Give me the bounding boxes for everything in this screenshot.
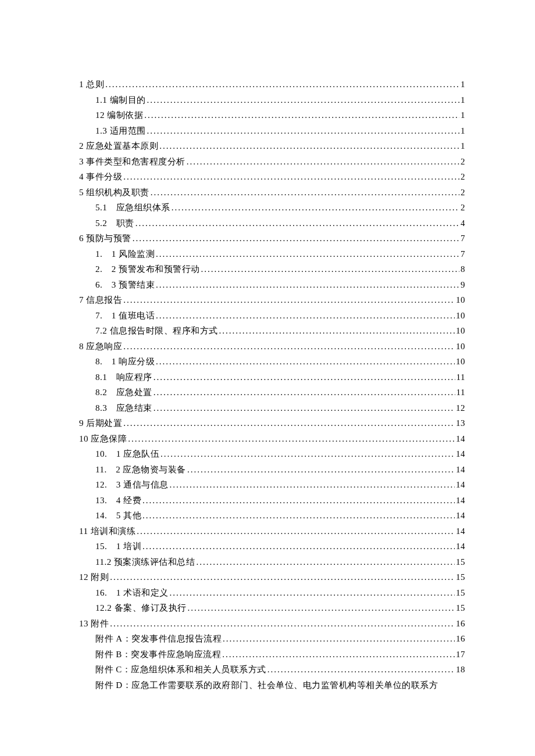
toc-entry: 12. 3 通信与信息 14 <box>79 477 465 493</box>
toc-entry: 附件 D：应急工作需要联系的政府部门、社会单位、电力监管机构等相关单位的联系方 <box>79 678 465 693</box>
toc-leader-dots <box>123 169 459 185</box>
toc-entry-title: 10. 1 应急队伍 <box>95 446 159 462</box>
toc-entry-title: 8. 1 响应分级 <box>95 354 155 370</box>
toc-leader-dots <box>123 415 455 431</box>
toc-entry: 3 事件类型和危害程度分析2 <box>79 154 465 170</box>
toc-leader-dots <box>156 354 455 370</box>
toc-entry: 11.2 预案演练评估和总结 15 <box>79 554 465 570</box>
toc-entry: 7.2 信息报告时限、程序和方式 10 <box>79 323 465 339</box>
toc-leader-dots <box>159 138 459 154</box>
toc-entry-page: 1 <box>461 123 465 139</box>
toc-leader-dots <box>110 616 455 632</box>
toc-leader-dots <box>170 585 455 601</box>
toc-entry-title: 12 编制依据 <box>95 108 143 123</box>
toc-entry: 6. 3 预警结束 9 <box>79 277 465 293</box>
toc-leader-dots <box>142 539 455 554</box>
toc-leader-dots <box>133 231 459 246</box>
toc-entry: 8.1 响应程序 11 <box>79 370 465 385</box>
toc-entry-title: 11. 2 应急物资与装备 <box>95 462 186 478</box>
toc-container: 1 总则11.1 编制目的 112 编制依据 11.3 适用范围 12 应急处置… <box>79 77 465 693</box>
toc-leader-dots <box>151 185 459 200</box>
toc-entry-title: 1.3 适用范围 <box>95 123 146 139</box>
toc-entry-page: 12 <box>456 400 465 416</box>
toc-entry-title: 附件 A：突发事件信息报告流程 <box>95 631 222 647</box>
toc-entry: 8.3 应急结束 12 <box>79 400 465 416</box>
toc-entry-page: 15 <box>456 600 465 616</box>
toc-entry: 4 事件分级2 <box>79 169 465 185</box>
toc-entry-page: 10 <box>456 292 465 308</box>
toc-entry: 1.3 适用范围 1 <box>79 123 465 139</box>
toc-leader-dots <box>187 462 455 478</box>
toc-entry: 1. 1 风险监测 7 <box>79 246 465 262</box>
toc-entry-title: 5 组织机构及职责 <box>79 185 149 200</box>
toc-entry: 7. 1 值班电话 10 <box>79 308 465 324</box>
toc-entry-page: 18 <box>456 662 465 678</box>
toc-entry-page: 13 <box>456 415 465 431</box>
toc-entry-page: 15 <box>456 569 465 585</box>
toc-entry-page: 14 <box>456 508 465 524</box>
toc-leader-dots <box>268 662 455 678</box>
toc-entry: 10. 1 应急队伍 14 <box>79 446 465 462</box>
toc-entry-page: 1 <box>461 77 465 92</box>
toc-leader-dots <box>201 261 460 277</box>
toc-entry: 2. 2 预警发布和预警行动 8 <box>79 261 465 277</box>
toc-entry: 5.2 职责 4 <box>79 216 465 231</box>
toc-leader-dots <box>128 431 455 447</box>
toc-entry-page: 7 <box>461 231 465 246</box>
toc-entry: 1 总则1 <box>79 77 465 92</box>
toc-entry-page: 14 <box>456 431 465 447</box>
toc-entry: 14. 5 其他 14 <box>79 508 465 524</box>
toc-entry-title: 3 事件类型和危害程度分析 <box>79 154 186 170</box>
toc-leader-dots <box>223 631 455 647</box>
toc-entry-title: 1 总则 <box>79 77 104 92</box>
toc-entry-page: 14 <box>456 493 465 508</box>
toc-entry-page: 14 <box>456 446 465 462</box>
toc-leader-dots <box>156 308 455 324</box>
toc-entry-title: 8 应急响应 <box>79 339 122 354</box>
toc-entry-page: 10 <box>456 323 465 339</box>
toc-entry-page: 7 <box>461 246 465 262</box>
toc-entry: 附件 B：突发事件应急响应流程 17 <box>79 647 465 662</box>
toc-entry-title: 13 附件 <box>79 616 109 632</box>
toc-leader-dots <box>222 647 455 662</box>
toc-leader-dots <box>142 508 455 524</box>
toc-entry-title: 8.2 应急处置 <box>95 385 152 400</box>
toc-leader-dots <box>105 77 459 92</box>
toc-entry-title: 2. 2 预警发布和预警行动 <box>95 261 200 277</box>
toc-entry: 16. 1 术语和定义 15 <box>79 585 465 601</box>
toc-entry-title: 8.1 响应程序 <box>95 370 152 385</box>
toc-leader-dots <box>147 92 460 108</box>
toc-entry-page: 2 <box>461 185 465 200</box>
toc-entry-title: 12. 3 通信与信息 <box>95 477 169 493</box>
toc-entry-page: 11 <box>456 385 465 400</box>
toc-entry-title: 8.3 应急结束 <box>95 400 152 416</box>
toc-entry: 10 应急保障14 <box>79 431 465 447</box>
toc-entry-title: 1. 1 风险监测 <box>95 246 155 262</box>
toc-entry-page: 10 <box>456 308 465 324</box>
toc-leader-dots <box>188 600 455 616</box>
toc-entry: 12.2 备案、修订及执行 15 <box>79 600 465 616</box>
toc-entry-title: 11 培训和演练 <box>79 524 135 539</box>
toc-entry-page: 17 <box>456 647 465 662</box>
toc-entry-title: 12.2 备案、修订及执行 <box>95 600 187 616</box>
toc-entry: 7 信息报告10 <box>79 292 465 308</box>
toc-entry-page: 2 <box>461 200 465 216</box>
toc-entry: 8.2 应急处置 11 <box>79 385 465 400</box>
toc-entry-page: 8 <box>461 261 465 277</box>
toc-entry-page: 16 <box>456 616 465 632</box>
toc-entry: 8. 1 响应分级 10 <box>79 354 465 370</box>
toc-entry-title: 7.2 信息报告时限、程序和方式 <box>95 323 218 339</box>
toc-entry-title: 7 信息报告 <box>79 292 122 308</box>
toc-entry-page: 14 <box>456 477 465 493</box>
toc-entry-title: 附件 D：应急工作需要联系的政府部门、社会单位、电力监管机构等相关单位的联系方 <box>95 678 438 693</box>
toc-entry: 8 应急响应10 <box>79 339 465 354</box>
toc-entry-page: 14 <box>456 524 465 539</box>
toc-leader-dots <box>170 477 455 493</box>
toc-entry-page: 15 <box>456 585 465 601</box>
toc-entry-title: 9 后期处置 <box>79 415 122 431</box>
toc-entry-page: 1 <box>461 92 465 108</box>
toc-entry: 5.1 应急组织体系 2 <box>79 200 465 216</box>
toc-leader-dots <box>156 246 459 262</box>
toc-entry-page: 11 <box>456 370 465 385</box>
toc-leader-dots <box>219 323 455 339</box>
